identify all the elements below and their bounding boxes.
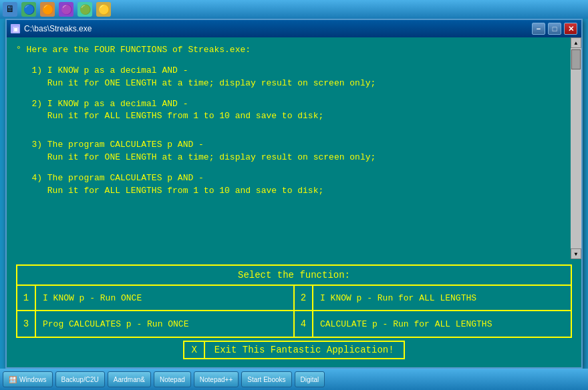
close-button[interactable]: ✕ bbox=[564, 23, 577, 35]
tray-icon-6: 🟡 bbox=[96, 2, 111, 17]
function-selector-header: Select the function: bbox=[17, 266, 571, 286]
window-title-area: ▣ C:\bas\Streaks.exe bbox=[11, 24, 92, 33]
taskbar-item-backup[interactable]: Backup/C2U bbox=[55, 371, 105, 387]
func2-line1: 2) I KNOW p as a decimal AND - bbox=[16, 98, 561, 111]
taskbar-bottom: 🪟 Windows Backup/C2U Aardman& Notepad No… bbox=[0, 369, 588, 390]
window-app-icon: ▣ bbox=[11, 24, 20, 33]
scroll-thumb[interactable] bbox=[571, 49, 581, 69]
window-title-text: C:\bas\Streaks.exe bbox=[24, 24, 92, 33]
tray-icon-2: 🔵 bbox=[21, 2, 36, 17]
taskbar-item-windows[interactable]: 🪟 Windows bbox=[3, 371, 53, 387]
exit-label[interactable]: Exit This Fantastic Application! bbox=[205, 342, 404, 358]
bottom-panel: Select the function: 1 I KNOW p - Run ON… bbox=[7, 259, 581, 367]
function-cell-4[interactable]: 4 CALCULATE p - Run for ALL LENGTHS bbox=[294, 311, 571, 337]
scrollbar[interactable]: ▲ ▼ bbox=[571, 37, 581, 259]
func3-line1: 3) The program CALCULATES p AND - bbox=[16, 139, 561, 152]
exit-row: X Exit This Fantastic Application! bbox=[16, 338, 572, 359]
function-cell-2[interactable]: 2 I KNOW p - Run for ALL LENGTHS bbox=[294, 286, 571, 311]
tray-icon-5: 🟢 bbox=[78, 2, 92, 17]
taskbar-item-aardman[interactable]: Aardman& bbox=[108, 371, 151, 387]
tray-icon-4: 🟣 bbox=[59, 2, 74, 17]
function-num-4: 4 bbox=[295, 311, 313, 337]
window-content: ° Here are the FOUR FUNCTIONS of Streaks… bbox=[7, 37, 581, 259]
window-titlebar: ▣ C:\bas\Streaks.exe − □ ✕ bbox=[7, 20, 581, 37]
function-num-2: 2 bbox=[295, 286, 313, 310]
scroll-track[interactable] bbox=[571, 48, 581, 248]
scroll-up-arrow[interactable]: ▲ bbox=[571, 37, 581, 48]
intro-line: ° Here are the FOUR FUNCTIONS of Streaks… bbox=[16, 44, 561, 57]
function-label-4[interactable]: CALCULATE p - Run for ALL LENGTHS bbox=[313, 315, 498, 333]
func1-line1: 1) I KNOW p as a decimal AND - bbox=[16, 65, 561, 77]
function-selector-box: Select the function: 1 I KNOW p - Run ON… bbox=[16, 264, 572, 338]
main-window: ▣ C:\bas\Streaks.exe − □ ✕ ° Here are th… bbox=[5, 19, 583, 369]
taskbar-item-notepad[interactable]: Notepad bbox=[154, 371, 191, 387]
maximize-button[interactable]: □ bbox=[548, 23, 561, 35]
func4-line2: Run it for ALL LENGTHS from 1 to 10 and … bbox=[16, 185, 561, 198]
top-tray-icons: 🖥 🔵 🟠 🟣 🟢 🟡 bbox=[3, 2, 111, 17]
exit-key[interactable]: X bbox=[184, 342, 204, 358]
tray-icon-1: 🖥 bbox=[3, 2, 17, 17]
function-cell-1[interactable]: 1 I KNOW p - Run ONCE bbox=[17, 286, 294, 311]
function-label-3[interactable]: Prog CALCULATES p - Run ONCE bbox=[36, 315, 195, 333]
function-num-1: 1 bbox=[17, 286, 36, 310]
function-grid: 1 I KNOW p - Run ONCE 2 I KNOW p - Run f… bbox=[17, 286, 571, 337]
function-cell-3[interactable]: 3 Prog CALCULATES p - Run ONCE bbox=[17, 311, 294, 337]
function-label-2[interactable]: I KNOW p - Run for ALL LENGTHS bbox=[313, 289, 483, 307]
main-text-area: ° Here are the FOUR FUNCTIONS of Streaks… bbox=[7, 37, 571, 259]
exit-box[interactable]: X Exit This Fantastic Application! bbox=[183, 341, 404, 359]
taskbar-item-digital[interactable]: Digital bbox=[295, 371, 325, 387]
minimize-button[interactable]: − bbox=[532, 23, 545, 35]
function-label-1[interactable]: I KNOW p - Run ONCE bbox=[36, 289, 148, 307]
func4-line1: 4) The program CALCULATES p AND - bbox=[16, 172, 561, 185]
taskbar-top: 🖥 🔵 🟠 🟣 🟢 🟡 bbox=[0, 0, 588, 19]
scroll-down-arrow[interactable]: ▼ bbox=[571, 248, 581, 259]
tray-icon-3: 🟠 bbox=[40, 2, 55, 17]
function-num-3: 3 bbox=[17, 311, 36, 337]
func2-line2: Run it for ALL LENGTHS from 1 to 10 and … bbox=[16, 110, 561, 123]
func1-line2: Run it for ONE LENGTH at a time; display… bbox=[16, 77, 561, 90]
window-controls: − □ ✕ bbox=[532, 23, 577, 35]
taskbar-item-notepadpp[interactable]: Notepad++ bbox=[194, 371, 239, 387]
func3-line2: Run it for ONE LENGTH at a time; display… bbox=[16, 152, 561, 164]
taskbar-item-startebooks[interactable]: Start Ebooks bbox=[241, 371, 291, 387]
